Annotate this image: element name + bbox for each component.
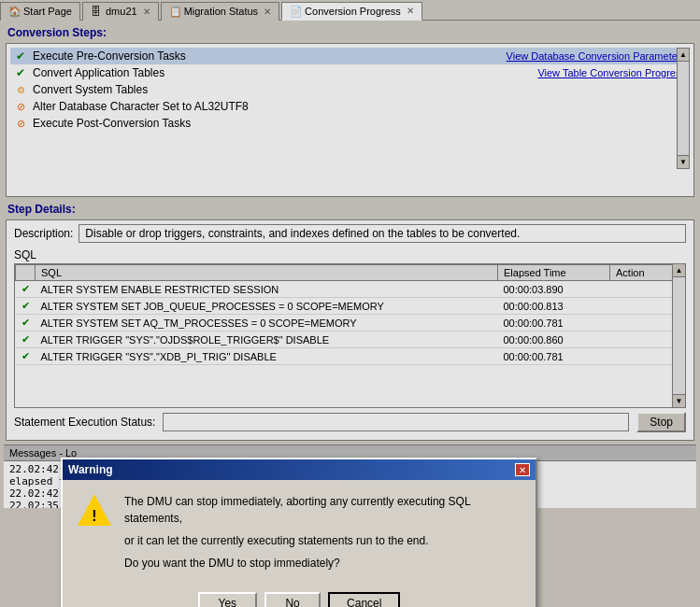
dialog-line3: Do you want the DMU to stop immediately? [124,555,521,572]
dialog-buttons: Yes No Cancel [63,586,536,607]
no-button[interactable]: No [264,592,321,607]
dialog-titlebar: Warning ✕ [63,459,536,480]
cancel-button[interactable]: Cancel [328,592,400,607]
warning-triangle-container: ! [78,493,111,527]
dialog-line1: The DMU can stop immediately, aborting a… [124,493,521,527]
dialog-message: The DMU can stop immediately, aborting a… [124,493,521,577]
warning-icon: ! [78,493,111,527]
dialog-body: ! The DMU can stop immediately, aborting… [63,480,536,586]
yes-button[interactable]: Yes [198,592,258,607]
dialog-line2: or it can let the currently executing st… [124,532,521,549]
warning-exclamation: ! [92,508,96,525]
dialog-title: Warning [68,463,113,476]
dialog-close-button[interactable]: ✕ [515,463,530,476]
warning-dialog: Warning ✕ ! The DMU can stop immediately… [61,458,537,607]
